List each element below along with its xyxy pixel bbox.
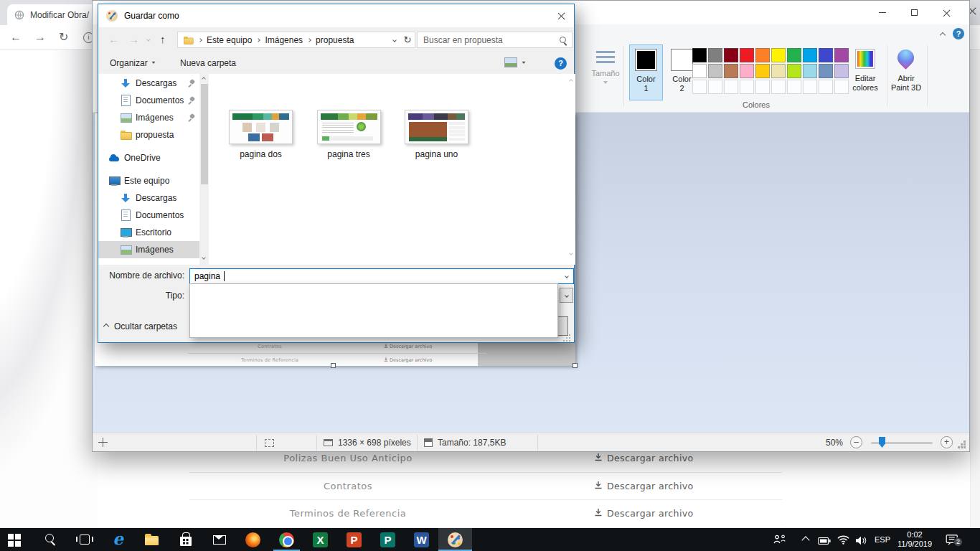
palette-swatch[interactable] — [834, 48, 849, 62]
zoom-in-button[interactable]: + — [941, 436, 953, 448]
filetype-dropdown-icon[interactable] — [560, 288, 573, 303]
download-link[interactable]: Descargar archivo — [594, 508, 694, 519]
organize-menu[interactable]: Organizar — [110, 56, 156, 70]
scroll-up-icon[interactable] — [202, 77, 206, 81]
search-icon[interactable] — [560, 37, 566, 43]
palette-swatch-empty[interactable] — [740, 80, 754, 94]
sidebar-scrollbar[interactable] — [199, 74, 209, 265]
dialog-help-icon[interactable]: ? — [555, 57, 567, 70]
taskbar-excel-button[interactable]: X — [303, 528, 337, 551]
webpage-scroll-area[interactable] — [970, 50, 980, 528]
download-link[interactable]: Descargar archivo — [594, 453, 694, 463]
canvas-resize-handle-bottom[interactable] — [331, 363, 336, 368]
palette-swatch[interactable] — [803, 48, 817, 62]
palette-swatch-empty[interactable] — [724, 80, 738, 94]
sidebar-item-propuesta[interactable]: propuesta — [98, 126, 199, 143]
file-item-tres[interactable]: pagina tres — [317, 110, 381, 144]
view-dropdown-icon[interactable] — [522, 62, 526, 66]
refresh-button[interactable] — [400, 32, 415, 48]
palette-swatch[interactable] — [771, 64, 786, 78]
hide-folders-button[interactable]: Ocultar carpetas — [104, 318, 177, 335]
nav-up-button[interactable] — [160, 32, 166, 47]
filename-autocomplete-dropdown[interactable] — [189, 283, 558, 338]
palette-swatch[interactable] — [708, 64, 722, 78]
browser-forward-button[interactable] — [34, 25, 46, 50]
taskbar-mail-button[interactable] — [202, 528, 236, 551]
breadcrumb-segment[interactable]: propuesta — [316, 35, 354, 45]
clock[interactable]: 0:02 11/9/2019 — [890, 530, 940, 549]
new-folder-button[interactable]: Nueva carpeta — [180, 56, 236, 70]
dialog-resize-grip[interactable] — [563, 340, 565, 342]
palette-swatch[interactable] — [787, 48, 801, 62]
taskbar-edge-button[interactable]: e — [101, 528, 135, 551]
nav-back-button[interactable] — [108, 32, 119, 47]
open-paint3d-button[interactable]: AbrirPaint 3D — [889, 45, 923, 108]
palette-swatch-empty[interactable] — [755, 80, 770, 94]
palette-swatch[interactable] — [755, 48, 770, 62]
palette-swatch[interactable] — [724, 48, 738, 62]
palette-swatch-empty[interactable] — [803, 80, 817, 94]
list-scroll-down-icon[interactable] — [569, 251, 573, 255]
battery-icon[interactable] — [818, 535, 831, 548]
taskbar-word-button[interactable]: W — [405, 528, 438, 551]
taskbar-paint-button[interactable] — [438, 528, 472, 551]
filename-dropdown-icon[interactable] — [560, 269, 573, 283]
palette-swatch[interactable] — [724, 64, 738, 78]
palette-swatch[interactable] — [787, 64, 801, 78]
breadcrumb-segment[interactable]: Este equipo — [207, 35, 252, 45]
help-icon[interactable]: ? — [953, 28, 964, 39]
language-indicator[interactable]: ESP — [875, 535, 890, 544]
filename-input[interactable]: pagina — [189, 268, 574, 284]
palette-swatch[interactable] — [740, 48, 754, 62]
taskbar-explorer-button[interactable] — [135, 528, 169, 551]
volume-icon[interactable] — [855, 535, 868, 548]
taskbar-chrome-button[interactable] — [270, 528, 303, 551]
browser-back-button[interactable] — [10, 25, 22, 50]
action-center-icon[interactable]: 2 — [946, 534, 959, 548]
file-item-dos[interactable]: pagina dos — [229, 110, 293, 144]
palette-swatch-empty[interactable] — [692, 80, 707, 94]
palette-swatch[interactable] — [692, 48, 707, 62]
sidebar-item-onedrive[interactable]: OneDrive — [98, 149, 199, 166]
people-icon[interactable] — [772, 534, 788, 547]
palette-swatch[interactable] — [819, 64, 833, 78]
collapse-ribbon-icon[interactable] — [940, 32, 946, 38]
palette-swatch[interactable] — [708, 48, 722, 62]
file-item-uno[interactable]: pagina uno — [405, 110, 468, 144]
hidden-icons-chevron[interactable] — [801, 536, 809, 544]
sidebar-item-escritorio[interactable]: Escritorio — [98, 224, 199, 241]
address-dropdown-icon[interactable] — [392, 38, 397, 42]
sidebar-item-descargas[interactable]: Descargas — [98, 75, 199, 92]
maximize-button[interactable] — [898, 1, 930, 24]
scroll-down-icon[interactable] — [202, 255, 206, 260]
palette-swatch-empty[interactable] — [819, 80, 833, 94]
edit-colors-button[interactable]: Editarcolores — [849, 45, 882, 108]
sidebar-item-documentos[interactable]: Documentos — [98, 207, 199, 224]
palette-swatch-empty[interactable] — [787, 80, 801, 94]
taskbar-search-button[interactable] — [34, 528, 67, 551]
wifi-icon[interactable] — [837, 534, 850, 547]
zoom-slider-thumb[interactable] — [879, 437, 885, 448]
sidebar-item-este-equipo[interactable]: Este equipo — [98, 172, 199, 189]
scrollbar-thumb[interactable] — [201, 84, 208, 184]
dialog-close-button[interactable] — [552, 8, 570, 24]
resize-grip[interactable] — [958, 446, 960, 448]
palette-swatch[interactable] — [819, 48, 833, 62]
taskbar-publisher-button[interactable]: P — [371, 528, 405, 551]
palette-swatch[interactable] — [755, 64, 770, 78]
sidebar-item-descargas[interactable]: Descargas — [98, 189, 199, 207]
close-button[interactable] — [930, 1, 963, 24]
download-link[interactable]: Descargar archivo — [594, 481, 694, 491]
taskbar-start-button[interactable] — [0, 528, 34, 551]
canvas-resize-handle-corner[interactable] — [573, 363, 578, 368]
color1-button[interactable]: Color1 — [629, 44, 663, 100]
sidebar-item-imágenes[interactable]: Imágenes — [98, 109, 199, 126]
taskbar-store-button[interactable] — [169, 528, 202, 551]
palette-swatch[interactable] — [771, 48, 786, 62]
list-scroll-up-icon[interactable] — [569, 79, 573, 83]
zoom-out-button[interactable]: – — [850, 436, 862, 448]
palette-swatch[interactable] — [740, 64, 754, 78]
nav-forward-button[interactable] — [128, 32, 139, 47]
breadcrumb-segment[interactable]: Imágenes — [265, 35, 303, 45]
sidebar-item-imágenes[interactable]: Imágenes — [98, 241, 199, 258]
